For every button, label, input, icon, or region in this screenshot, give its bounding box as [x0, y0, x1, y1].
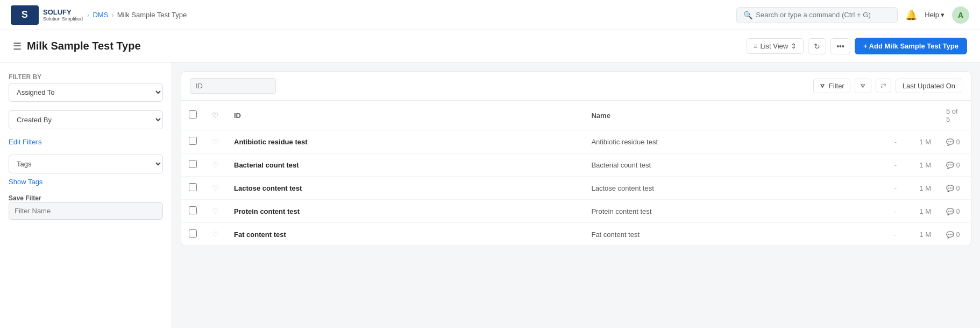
comment-icon: 💬: [946, 208, 954, 215]
table-body: ♡ Antibiotic residue test Antibiotic res…: [181, 130, 971, 246]
row-heart-cell: ♡: [204, 153, 226, 177]
row-comments: 💬 0: [939, 177, 971, 200]
row-dash: -: [885, 130, 906, 153]
breadcrumb-dms[interactable]: DMS: [93, 11, 108, 19]
filter-button[interactable]: ⛛ Filter: [813, 79, 850, 93]
nav-left: S SOLUFY Solution Simplified › DMS › Mil…: [11, 5, 187, 25]
remove-filter-button[interactable]: ⛛̶: [855, 79, 871, 93]
row-heart-cell: ♡: [204, 177, 226, 200]
header-heart-icon: ♡: [212, 111, 218, 120]
last-updated-button[interactable]: Last Updated On: [896, 79, 962, 93]
assigned-to-filter[interactable]: Assigned To: [9, 83, 163, 102]
row-checkbox-cell: [181, 130, 204, 153]
table-row: ♡ Bacterial count test Bacterial count t…: [181, 153, 971, 177]
favorite-icon[interactable]: ♡: [212, 207, 219, 215]
row-name-text: Bacterial count test: [591, 161, 651, 169]
row-name-cell[interactable]: Bacterial count test: [584, 153, 885, 177]
header-id[interactable]: ID: [226, 101, 584, 130]
favorite-icon[interactable]: ♡: [212, 137, 219, 146]
add-milk-sample-button[interactable]: + Add Milk Sample Test Type: [855, 38, 967, 54]
comment-count: 0: [956, 185, 960, 192]
breadcrumb-current: Milk Sample Test Type: [117, 11, 187, 19]
row-comments: 💬 0: [939, 130, 971, 153]
avatar[interactable]: A: [952, 6, 969, 24]
table-row: ♡ Lactose content test Lactose content t…: [181, 177, 971, 200]
row-id[interactable]: Protein content test: [226, 200, 584, 223]
sidebar-toggle-icon[interactable]: ☰: [13, 40, 22, 52]
data-table: ♡ ID Name 5 of 5 ♡: [181, 101, 971, 246]
header-checkbox-col: [181, 101, 204, 130]
logo-text: SOLUFY Solution Simplified: [43, 8, 83, 22]
row-comments: 💬 0: [939, 153, 971, 177]
table-header-row: ♡ ID Name 5 of 5: [181, 101, 971, 130]
row-dash: -: [885, 200, 906, 223]
row-time: 1 M: [906, 177, 939, 200]
list-view-button[interactable]: ≡ List View ⇕: [747, 38, 804, 54]
row-name-text: Antibiotic residue test: [591, 138, 658, 146]
favorite-icon[interactable]: ♡: [212, 184, 219, 192]
row-id[interactable]: Bacterial count test: [226, 153, 584, 177]
show-tags-link[interactable]: Show Tags: [9, 178, 163, 186]
comment-count: 0: [956, 162, 960, 169]
tags-section: Tags Show Tags: [9, 155, 163, 186]
row-dash: -: [885, 153, 906, 177]
row-dash: -: [885, 223, 906, 246]
row-checkbox[interactable]: [189, 229, 197, 238]
favorite-icon[interactable]: ♡: [212, 230, 219, 239]
row-time: 1 M: [906, 200, 939, 223]
help-label: Help: [925, 11, 939, 19]
logo-name: SOLUFY: [43, 8, 83, 16]
row-name-cell[interactable]: Antibiotic residue test: [584, 130, 885, 153]
search-input[interactable]: [756, 11, 891, 19]
refresh-button[interactable]: ↻: [808, 38, 826, 54]
edit-filters-link[interactable]: Edit Filters: [9, 138, 163, 146]
row-name-text: Lactose content test: [591, 184, 654, 192]
favorite-icon[interactable]: ♡: [212, 160, 219, 169]
row-id-text: Lactose content test: [234, 184, 302, 192]
row-name-cell[interactable]: Protein content test: [584, 200, 885, 223]
logo-letter: S: [22, 9, 29, 20]
filter-name-input[interactable]: [9, 202, 163, 220]
logo-subtitle: Solution Simplified: [43, 16, 83, 22]
row-checkbox[interactable]: [189, 183, 197, 191]
row-heart-cell: ♡: [204, 130, 226, 153]
filter-remove-icon: ⛛̶: [860, 82, 867, 90]
content-area: ⛛ Filter ⛛̶ ⇄ Last Updated On: [172, 62, 980, 328]
breadcrumb: › DMS › Milk Sample Test Type: [87, 11, 187, 19]
tags-filter[interactable]: Tags: [9, 155, 163, 173]
sort-button[interactable]: ⇄: [876, 79, 891, 93]
row-checkbox[interactable]: [189, 206, 197, 214]
more-options-button[interactable]: •••: [830, 38, 850, 54]
created-by-filter[interactable]: Created By: [9, 110, 163, 129]
row-count: 5 of 5: [946, 107, 958, 123]
row-checkbox[interactable]: [189, 160, 197, 168]
main-layout: Filter By Assigned To Created By Edit Fi…: [0, 62, 980, 328]
row-comments: 💬 0: [939, 200, 971, 223]
title-wrap: ☰ Milk Sample Test Type: [13, 40, 141, 52]
row-id[interactable]: Fat content test: [226, 223, 584, 246]
comment-icon: 💬: [946, 185, 954, 192]
row-id[interactable]: Lactose content test: [226, 177, 584, 200]
search-bar[interactable]: 🔍: [736, 7, 898, 23]
row-name-text: Fat content test: [591, 231, 640, 239]
save-filter-label: Save Filter: [9, 194, 163, 202]
header-heart-col: ♡: [204, 101, 226, 130]
id-search-input[interactable]: [190, 78, 276, 94]
row-checkbox[interactable]: [189, 137, 197, 145]
help-button[interactable]: Help ▾: [925, 11, 945, 19]
row-name-text: Protein content test: [591, 207, 651, 215]
row-name-cell[interactable]: Fat content test: [584, 223, 885, 246]
select-all-checkbox[interactable]: [189, 110, 197, 118]
search-icon: 🔍: [743, 11, 752, 19]
row-id-text: Antibiotic residue test: [234, 138, 308, 146]
notification-bell-icon[interactable]: 🔔: [905, 9, 917, 21]
row-name-cell[interactable]: Lactose content test: [584, 177, 885, 200]
page-header: ☰ Milk Sample Test Type ≡ List View ⇕ ↻ …: [0, 30, 980, 62]
header-count: 5 of 5: [939, 101, 971, 130]
header-name[interactable]: Name: [584, 101, 885, 130]
row-id[interactable]: Antibiotic residue test: [226, 130, 584, 153]
comment-count: 0: [956, 208, 960, 215]
table-row: ♡ Fat content test Fat content test - 1 …: [181, 223, 971, 246]
help-chevron-icon: ▾: [941, 11, 945, 19]
row-comments: 💬 0: [939, 223, 971, 246]
